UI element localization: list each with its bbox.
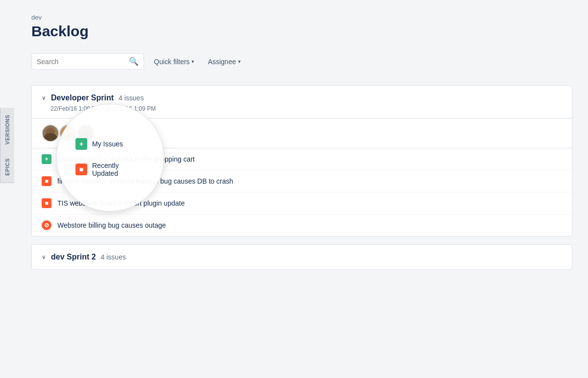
sprint-header-2: ∨ dev Sprint 2 4 issues — [32, 245, 572, 269]
page-title: Backlog — [31, 23, 572, 40]
issue-title: Webstore billing bug causes outage — [57, 221, 562, 229]
my-issues-label: My Issues — [92, 140, 123, 148]
sprint-section-1: ∨ Developer Sprint 4 issues 22/Feb/16 1:… — [31, 85, 572, 236]
issue-icon-blocked: ⊘ — [42, 220, 51, 230]
recently-updated-icon: ■ — [75, 164, 87, 175]
issue-icon-bug: ■ — [42, 176, 51, 186]
issue-icon-story: + — [42, 154, 51, 164]
my-issues-icon: + — [75, 138, 87, 150]
search-input[interactable] — [37, 58, 125, 66]
sprint-name-1: Developer Sprint — [51, 94, 114, 102]
recently-updated-label: Recently Updated — [92, 162, 145, 177]
issue-icon-bug: ■ — [42, 198, 51, 208]
sprint-section-2: ∨ dev Sprint 2 4 issues — [31, 244, 572, 270]
sprint-name-2: dev Sprint 2 — [51, 253, 96, 261]
sprint-toggle-1[interactable]: ∨ — [42, 94, 46, 101]
toolbar: 🔍 Quick filters ▾ Assignee ▾ — [31, 53, 572, 70]
chevron-down-icon: ▾ — [192, 59, 194, 64]
assignee-row: ··· + My Issues ■ Recently Updated — [32, 118, 572, 148]
sprint-toggle-2[interactable]: ∨ — [42, 254, 46, 260]
table-row[interactable]: ⊘ Webstore billing bug causes outage — [32, 214, 572, 236]
search-box[interactable]: 🔍 — [31, 53, 144, 70]
sprint-count-2: 4 issues — [101, 253, 126, 261]
sprint-count-1: 4 issues — [119, 94, 144, 102]
avatar-1[interactable] — [42, 124, 59, 142]
sidebar-item-epics[interactable]: EPICS — [0, 151, 14, 183]
chevron-down-icon: ▾ — [238, 59, 241, 64]
assignee-button[interactable]: Assignee ▾ — [204, 55, 245, 69]
quick-filters-button[interactable]: Quick filters ▾ — [150, 55, 198, 69]
quick-filter-popup: + My Issues ■ Recently Updated — [56, 104, 164, 212]
quick-filter-my-issues[interactable]: + My Issues — [72, 135, 149, 153]
side-tabs: VERSIONS EPICS — [0, 108, 14, 183]
search-icon: 🔍 — [129, 57, 139, 66]
project-label: dev — [31, 14, 572, 21]
quick-filter-recently-updated[interactable]: ■ Recently Updated — [72, 159, 149, 180]
main-content: dev Backlog 🔍 Quick filters ▾ Assignee ▾… — [16, 0, 588, 378]
sidebar-item-versions[interactable]: VERSIONS — [0, 108, 14, 151]
